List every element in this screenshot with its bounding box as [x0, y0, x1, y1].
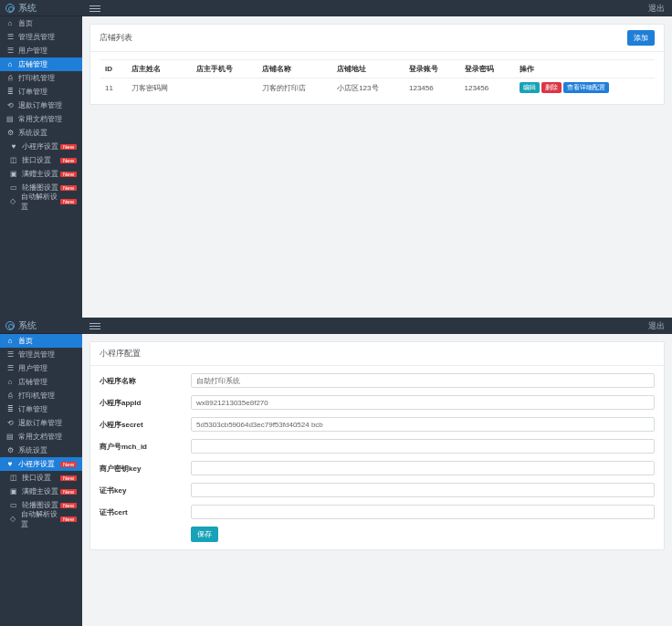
sidebar-item-用户管理[interactable]: ☰用户管理: [0, 44, 82, 57]
table-header-row: ID店主姓名店主手机号店铺名称店铺地址登录账号登录密码操作: [100, 60, 655, 78]
table-header: 店主手机号: [191, 60, 256, 78]
cert-cert-input[interactable]: [191, 505, 655, 519]
refund-icon: ⟲: [5, 419, 15, 428]
sidebar-item-打印机管理[interactable]: ⎙打印机管理: [0, 71, 82, 85]
print-icon: ⎙: [5, 391, 15, 401]
table-header: ID: [100, 60, 126, 78]
brand-label: 系统: [18, 319, 37, 332]
sidebar-item-label: 退款订单管理: [18, 418, 62, 428]
sidebar-item-管理员管理[interactable]: ☰管理员管理: [0, 348, 82, 361]
sidebar-item-接口设置[interactable]: ◫接口设置New: [0, 471, 82, 485]
new-badge: New: [60, 516, 77, 522]
sidebar-item-首页[interactable]: ⌂首页: [0, 334, 82, 348]
sidebar-item-自动解析设置[interactable]: ◇自动解析设置New: [0, 194, 82, 208]
sidebar-item-订单管理[interactable]: ≣订单管理: [0, 85, 82, 99]
sidebar-item-管理员管理[interactable]: ☰管理员管理: [0, 30, 82, 44]
new-badge: New: [60, 489, 77, 495]
cell-password: 123456: [459, 78, 514, 98]
sidebar-item-label: 打印机管理: [18, 391, 55, 401]
new-badge: New: [60, 199, 77, 204]
users-icon: ☰: [5, 350, 15, 360]
form-row-mch-id: 商户号mch_id: [100, 439, 655, 454]
sidebar-item-label: 管理员管理: [18, 32, 55, 42]
mch-id-input[interactable]: [191, 439, 655, 454]
sidebar-item-label: 满赠主设置: [22, 169, 58, 179]
new-badge: New: [60, 475, 77, 481]
table-header: 店主姓名: [126, 60, 191, 78]
new-badge: New: [60, 144, 77, 150]
users-icon: ☰: [5, 47, 15, 56]
sidebar-item-自动解析设置[interactable]: ◇自动解析设置New: [0, 512, 82, 526]
hamburger-icon[interactable]: [89, 321, 100, 331]
mp-secret-input[interactable]: [191, 417, 655, 432]
sidebar-item-用户管理[interactable]: ☰用户管理: [0, 361, 82, 375]
sidebar-item-接口设置[interactable]: ◫接口设置New: [0, 153, 82, 167]
table-header: 登录密码: [459, 60, 514, 78]
sidebar-item-常用文档管理[interactable]: ▤常用文档管理: [0, 430, 82, 443]
field-label: 商户密钥key: [100, 464, 191, 474]
cell-shop_name: 刀客的打印店: [257, 78, 331, 98]
sidebar-item-退款订单管理[interactable]: ⟲退款订单管理: [0, 416, 82, 430]
brand-label: 系统: [18, 2, 37, 15]
save-button[interactable]: 保存: [191, 527, 218, 542]
cell-phone: [191, 78, 256, 98]
sidebar-item-满赠主设置[interactable]: ▣满赠主设置New: [0, 167, 82, 181]
sidebar-item-label: 用户管理: [18, 363, 47, 373]
sidebar-item-label: 系统设置: [18, 128, 47, 138]
field-label: 小程序名称: [100, 376, 191, 386]
brand-icon: [5, 321, 15, 330]
card-body: ID店主姓名店主手机号店铺名称店铺地址登录账号登录密码操作 11刀客密码网刀客的…: [90, 52, 664, 104]
mp-name-input[interactable]: [191, 373, 655, 388]
sidebar-item-首页[interactable]: ⌂首页: [0, 16, 82, 30]
order-icon: ≣: [5, 88, 15, 97]
new-badge: New: [60, 503, 77, 508]
sidebar-item-系统设置[interactable]: ⚙系统设置: [0, 126, 82, 140]
sidebar-menu: ⌂首页☰管理员管理☰用户管理⌂店铺管理⎙打印机管理≣订单管理⟲退款订单管理▤常用…: [0, 16, 82, 208]
mp-appid-input[interactable]: [191, 395, 655, 410]
sidebar-item-店铺管理[interactable]: ⌂店铺管理: [0, 57, 82, 71]
cell-actions: 编辑删除查看详细配置: [514, 78, 655, 98]
card-header: 店铺列表 添加: [90, 25, 664, 52]
logout-link[interactable]: 退出: [648, 320, 665, 332]
add-button[interactable]: 添加: [627, 30, 655, 46]
logout-link[interactable]: 退出: [648, 3, 665, 15]
sidebar-item-小程序设置[interactable]: ♥小程序设置New: [0, 140, 82, 153]
table-header: 店铺名称: [257, 60, 331, 78]
topbar: 退出: [82, 318, 672, 334]
form-row-mch-key: 商户密钥key: [100, 461, 655, 475]
mp-config-card: 小程序配置 小程序名称小程序appId小程序secret商户号mch_id商户密…: [89, 341, 665, 550]
sidebar-item-常用文档管理[interactable]: ▤常用文档管理: [0, 112, 82, 126]
sidebar-item-订单管理[interactable]: ≣订单管理: [0, 402, 82, 416]
brand: 系统: [0, 0, 82, 16]
sidebar-item-退款订单管理[interactable]: ⟲退款订单管理: [0, 99, 82, 112]
del-button[interactable]: 删除: [541, 82, 562, 93]
cert-key-input[interactable]: [191, 483, 655, 497]
sidebar-item-label: 接口设置: [22, 473, 51, 483]
home-icon: ⌂: [5, 19, 15, 28]
sidebar-item-打印机管理[interactable]: ⎙打印机管理: [0, 389, 82, 402]
cell-address: 小店区123号: [331, 78, 404, 98]
api-icon: ◫: [9, 474, 18, 483]
users-icon: ☰: [5, 33, 15, 42]
shop-list-card: 店铺列表 添加 ID店主姓名店主手机号店铺名称店铺地址登录账号登录密码操作 11…: [89, 24, 665, 105]
table-header: 操作: [514, 60, 655, 78]
card-title: 店铺列表: [100, 32, 132, 44]
form-actions: 保存: [191, 527, 655, 542]
auto-icon: ◇: [9, 515, 17, 524]
detail-button[interactable]: 查看详细配置: [563, 82, 609, 93]
sidebar-item-系统设置[interactable]: ⚙系统设置: [0, 443, 82, 457]
card-header: 小程序配置: [90, 342, 664, 366]
sidebar-item-店铺管理[interactable]: ⌂店铺管理: [0, 375, 82, 389]
mch-key-input[interactable]: [191, 461, 655, 475]
hamburger-icon[interactable]: [89, 4, 100, 14]
field-label: 证书cert: [100, 507, 191, 517]
edit-button[interactable]: 编辑: [520, 82, 540, 93]
sidebar-item-label: 店铺管理: [18, 59, 47, 69]
home-icon: ⌂: [5, 337, 15, 346]
sidebar-item-满赠主设置[interactable]: ▣满赠主设置New: [0, 485, 82, 498]
sidebar-item-label: 管理员管理: [18, 350, 55, 360]
sidebar-item-小程序设置[interactable]: ♥小程序设置New: [0, 457, 82, 471]
panel-shop-list: 系统 ⌂首页☰管理员管理☰用户管理⌂店铺管理⎙打印机管理≣订单管理⟲退款订单管理…: [0, 0, 672, 318]
field-label: 证书key: [100, 485, 191, 496]
cell-id: 11: [100, 78, 126, 98]
